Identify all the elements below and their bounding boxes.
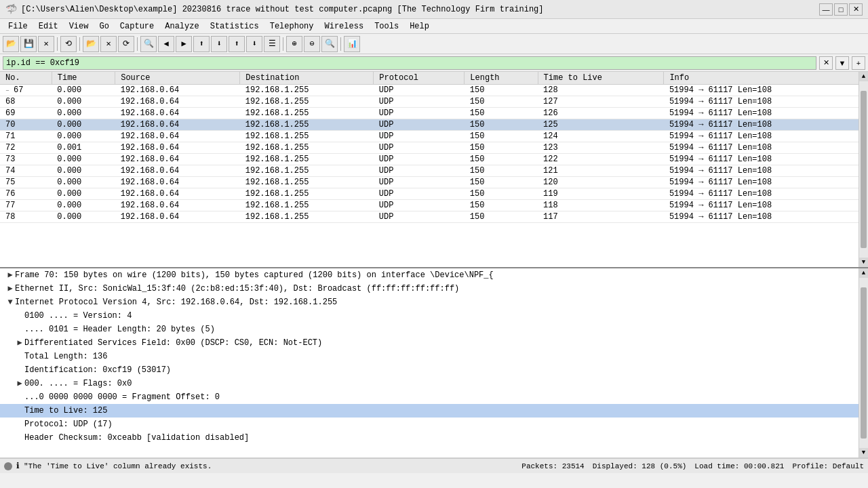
- find-btn[interactable]: 🔍: [140, 36, 157, 52]
- col-header-protocol[interactable]: Protocol: [374, 72, 465, 85]
- table-row[interactable]: 680.000192.168.0.64192.168.1.255UDP15012…: [0, 96, 868, 108]
- cell-info: 51994 → 61117 Len=108: [664, 188, 868, 200]
- detail-line[interactable]: ▼ Internet Protocol Version 4, Src: 192.…: [0, 296, 868, 309]
- menu-item-analyze[interactable]: Analyze: [159, 20, 204, 33]
- col-header-length[interactable]: Length: [465, 72, 538, 85]
- menu-item-go[interactable]: Go: [94, 20, 114, 33]
- detail-toggle-icon[interactable]: ▶: [15, 378, 24, 390]
- packet-list-scrollbar[interactable]: ▲ ▼: [859, 72, 868, 267]
- zoom-in-btn[interactable]: ⊕: [286, 36, 302, 52]
- detail-toggle-icon[interactable]: ▶: [15, 337, 24, 349]
- coloring-btn[interactable]: 📊: [344, 36, 360, 52]
- stop-btn[interactable]: ✕: [100, 36, 117, 52]
- filter-input[interactable]: [3, 56, 816, 70]
- detail-scrollbar-up[interactable]: ▲: [859, 268, 868, 278]
- detail-toggle-icon[interactable]: ▶: [5, 283, 15, 295]
- first-btn[interactable]: ⬆: [193, 36, 210, 52]
- maximize-button[interactable]: □: [834, 3, 848, 16]
- detail-scrollbar-down[interactable]: ▼: [859, 448, 868, 458]
- filter-arrow-button[interactable]: ▼: [835, 56, 849, 70]
- open-btn2[interactable]: 📂: [83, 36, 99, 52]
- table-row[interactable]: 710.000192.168.0.64192.168.1.255UDP15012…: [0, 131, 868, 142]
- detail-line[interactable]: 0100 .... = Version: 4: [0, 309, 868, 323]
- save-btn[interactable]: 💾: [20, 36, 37, 52]
- table-row[interactable]: 690.000192.168.0.64192.168.1.255UDP15012…: [0, 108, 868, 119]
- col-header-no[interactable]: No.: [0, 72, 52, 85]
- filter-clear-button[interactable]: ✕: [819, 56, 833, 70]
- table-row[interactable]: 740.000192.168.0.64192.168.1.255UDP15012…: [0, 165, 868, 177]
- restart-btn[interactable]: ⟳: [118, 36, 134, 52]
- reload-btn[interactable]: ⟲: [60, 36, 77, 52]
- cell-info: 51994 → 61117 Len=108: [664, 154, 868, 165]
- open-file-btn[interactable]: 📂: [3, 36, 19, 52]
- table-row[interactable]: 700.000192.168.0.64192.168.1.255UDP15012…: [0, 119, 868, 131]
- menu-item-capture[interactable]: Capture: [115, 20, 159, 33]
- last-btn[interactable]: ⬇: [211, 36, 227, 52]
- next-btn[interactable]: ▶: [176, 36, 192, 52]
- detail-scrollbar[interactable]: ▲ ▼: [859, 268, 868, 458]
- cell-source: 192.168.0.64: [115, 188, 240, 200]
- detail-line[interactable]: .... 0101 = Header Length: 20 bytes (5): [0, 323, 868, 336]
- packet-table-body: – 670.000192.168.0.64192.168.1.255UDP150…: [0, 85, 868, 223]
- menu-item-help[interactable]: Help: [404, 20, 435, 33]
- scrollbar-down-arrow[interactable]: ▼: [859, 258, 868, 267]
- table-row[interactable]: – 670.000192.168.0.64192.168.1.255UDP150…: [0, 85, 868, 96]
- zoom-reset-btn[interactable]: 🔍: [321, 36, 338, 52]
- detail-toggle-icon[interactable]: ▼: [5, 296, 15, 308]
- menu-item-edit[interactable]: Edit: [33, 20, 64, 33]
- table-row[interactable]: 750.000192.168.0.64192.168.1.255UDP15012…: [0, 177, 868, 188]
- detail-line[interactable]: Header Checksum: 0xceabb [validation dis…: [0, 431, 868, 445]
- cell-time_to_live: 124: [538, 131, 664, 142]
- mark-down-btn[interactable]: ⬇: [246, 36, 262, 52]
- menu-item-wireless[interactable]: Wireless: [319, 20, 370, 33]
- cell-length: 150: [465, 142, 538, 154]
- table-row[interactable]: 730.000192.168.0.64192.168.1.255UDP15012…: [0, 154, 868, 165]
- cell-protocol: UDP: [374, 85, 465, 96]
- close-button[interactable]: ✕: [849, 3, 863, 16]
- menu-item-statistics[interactable]: Statistics: [205, 20, 264, 33]
- detail-scrollbar-thumb[interactable]: [861, 287, 867, 439]
- table-row[interactable]: 770.000192.168.0.64192.168.1.255UDP15011…: [0, 200, 868, 211]
- col-header-source[interactable]: Source: [115, 72, 240, 85]
- cell-time: 0.000: [52, 200, 115, 211]
- detail-line[interactable]: ▶ Ethernet II, Src: SonicWal_15:3f:40 (2…: [0, 282, 868, 296]
- menu-item-telephony[interactable]: Telephony: [264, 20, 319, 33]
- zoom-out-btn[interactable]: ⊖: [304, 36, 320, 52]
- scrollbar-up-arrow[interactable]: ▲: [859, 72, 868, 81]
- menu-item-file[interactable]: File: [3, 20, 33, 33]
- close-capture-btn[interactable]: ✕: [38, 36, 54, 52]
- detail-line[interactable]: Identification: 0xcf19 (53017): [0, 363, 868, 377]
- col-header-time[interactable]: Time: [52, 72, 115, 85]
- detail-toggle-icon[interactable]: ▶: [5, 269, 15, 281]
- col-header-info[interactable]: Info: [664, 72, 868, 85]
- detail-line[interactable]: ▶ 000. .... = Flags: 0x0: [0, 377, 868, 390]
- detail-line[interactable]: ▶ Differentiated Services Field: 0x00 (D…: [0, 336, 868, 350]
- detail-line[interactable]: Total Length: 136: [0, 350, 868, 363]
- table-row[interactable]: 760.000192.168.0.64192.168.1.255UDP15011…: [0, 188, 868, 200]
- col-header-time_to_live[interactable]: Time to Live: [538, 72, 664, 85]
- menu-item-tools[interactable]: Tools: [369, 20, 404, 33]
- table-row[interactable]: 780.000192.168.0.64192.168.1.255UDP15011…: [0, 211, 868, 223]
- cell-length: 150: [465, 131, 538, 142]
- cell-no: 76: [0, 188, 52, 200]
- titlebar-left: 🦈 [C:\Users\Alien\Desktop\example] 20230…: [5, 3, 544, 15]
- detail-line[interactable]: Time to Live: 125: [0, 404, 868, 418]
- detail-line[interactable]: ...0 0000 0000 0000 = Fragment Offset: 0: [0, 390, 868, 404]
- detail-line[interactable]: Protocol: UDP (17): [0, 418, 868, 431]
- detail-line[interactable]: ▶ Frame 70: 150 bytes on wire (1200 bits…: [0, 268, 868, 282]
- cell-info: 51994 → 61117 Len=108: [664, 200, 868, 211]
- detail-pane: ▶ Frame 70: 150 bytes on wire (1200 bits…: [0, 268, 868, 458]
- col-header-destination[interactable]: Destination: [240, 72, 374, 85]
- scrollbar-thumb[interactable]: [861, 91, 867, 248]
- cell-destination: 192.168.1.255: [240, 108, 374, 119]
- cell-protocol: UDP: [374, 119, 465, 131]
- list-btn[interactable]: ☰: [264, 36, 280, 52]
- menu-item-view[interactable]: View: [64, 20, 94, 33]
- title-bar: 🦈 [C:\Users\Alien\Desktop\example] 20230…: [0, 0, 868, 19]
- minimize-button[interactable]: —: [819, 3, 833, 16]
- mark-up-btn[interactable]: ⬆: [229, 36, 245, 52]
- table-row[interactable]: 720.001192.168.0.64192.168.1.255UDP15012…: [0, 142, 868, 154]
- prev-btn[interactable]: ◀: [158, 36, 174, 52]
- filter-add-button[interactable]: +: [852, 56, 865, 70]
- cell-length: 150: [465, 85, 538, 96]
